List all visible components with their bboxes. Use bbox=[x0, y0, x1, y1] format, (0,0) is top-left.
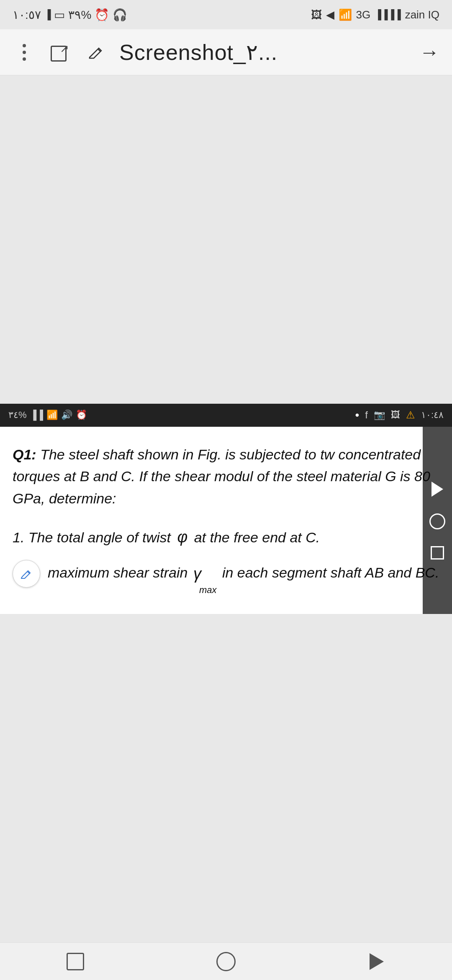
lower-gray-area bbox=[0, 614, 452, 942]
inner-clock-icon: ⏰ bbox=[76, 410, 87, 420]
image-icon: 🖼 bbox=[311, 8, 322, 21]
question-part2: maximum shear strain γ max in each segme… bbox=[13, 562, 439, 597]
alarm-icon: ⏰ bbox=[95, 8, 109, 22]
dots-icon-dot3 bbox=[23, 57, 26, 61]
part2-end-text: in each segment shaft AB and BC. bbox=[222, 565, 439, 580]
inner-percent: ٣٤% bbox=[8, 410, 27, 420]
more-options-button[interactable] bbox=[13, 41, 36, 64]
battery-percent: ٣٩% bbox=[68, 8, 91, 22]
inner-image2-icon: 🖼 bbox=[391, 410, 400, 420]
forward-button[interactable]: → bbox=[419, 41, 439, 64]
stop-button[interactable] bbox=[431, 546, 444, 560]
home-icon bbox=[216, 952, 236, 971]
bottom-navigation bbox=[0, 942, 452, 980]
signal-strength: ▐▐▐▐ bbox=[375, 9, 401, 20]
inner-status-right: • f 📷 🖼 ⚠ ١٠:٤٨ bbox=[355, 408, 444, 422]
battery-icon: ▭ bbox=[54, 8, 65, 22]
part2-content: maximum shear strain γ max in each segme… bbox=[48, 562, 439, 597]
embedded-screenshot: ٣٤% ▐▐ 📶 🔊 ⏰ • f 📷 🖼 ⚠ ١٠:٤٨ bbox=[0, 404, 452, 614]
max-subscript: max bbox=[199, 583, 217, 597]
external-link-icon: ↗ bbox=[51, 43, 69, 62]
status-right: 🖼 ◀ 📶 3G ▐▐▐▐ zain IQ bbox=[311, 8, 439, 21]
inner-photo-icon: 📷 bbox=[374, 410, 385, 420]
ext-arrow: ↗ bbox=[60, 43, 69, 54]
part2-text: maximum shear strain bbox=[48, 565, 187, 580]
inner-status-left: ٣٤% ▐▐ 📶 🔊 ⏰ bbox=[8, 410, 87, 420]
network-type: 3G bbox=[356, 8, 371, 21]
external-link-button[interactable]: ↗ bbox=[48, 41, 71, 64]
file-title: Screenshot_٢... bbox=[119, 40, 407, 65]
signal-icon: ▐ bbox=[44, 9, 51, 20]
question-content: Q1: The steel shaft shown in Fig. is sub… bbox=[0, 427, 452, 614]
part1-text: The total angle of twist bbox=[28, 529, 171, 545]
dots-icon-dot1 bbox=[23, 44, 26, 47]
inner-signal-icon: ▐▐ bbox=[30, 410, 43, 420]
recents-button[interactable] bbox=[61, 947, 90, 976]
status-bar: ١٠:٥٧ ▐ ▭ ٣٩% ⏰ 🎧 🖼 ◀ 📶 3G ▐▐▐▐ zain IQ bbox=[0, 0, 452, 29]
wifi-icon: 📶 bbox=[339, 8, 352, 21]
main-content: ٣٤% ▐▐ 📶 🔊 ⏰ • f 📷 🖼 ⚠ ١٠:٤٨ bbox=[0, 75, 452, 942]
time-display: ١٠:٥٧ bbox=[13, 8, 41, 22]
inner-facebook-icon: f bbox=[365, 409, 368, 421]
question-paragraph: Q1: The steel shaft shown in Fig. is sub… bbox=[13, 444, 439, 510]
edit-button[interactable] bbox=[84, 41, 107, 64]
inner-time: ١٠:٤٨ bbox=[421, 410, 444, 420]
toolbar: ↗ Screenshot_٢... → bbox=[0, 29, 452, 75]
question-body: The steel shaft shown in Fig. is subject… bbox=[13, 446, 430, 506]
question-label: Q1: bbox=[13, 446, 36, 462]
phi-symbol: φ bbox=[177, 528, 187, 546]
part1-number: 1. bbox=[13, 529, 24, 545]
inner-status-bar: ٣٤% ▐▐ 📶 🔊 ⏰ • f 📷 🖼 ⚠ ١٠:٤٨ bbox=[0, 404, 452, 427]
carrier-name: zain IQ bbox=[405, 8, 439, 21]
headset-icon: 🎧 bbox=[113, 8, 127, 22]
back-icon bbox=[370, 953, 384, 970]
play-button[interactable] bbox=[431, 482, 443, 497]
inner-wifi-icon: 📶 bbox=[46, 410, 58, 420]
location-icon: ◀ bbox=[326, 8, 334, 21]
dots-icon-dot2 bbox=[23, 51, 26, 54]
status-left: ١٠:٥٧ ▐ ▭ ٣٩% ⏰ 🎧 bbox=[13, 8, 127, 22]
play-icon bbox=[431, 482, 443, 497]
edit-pencil-icon bbox=[20, 567, 33, 580]
ymax-notation: γ max bbox=[193, 562, 217, 597]
inner-dot: • bbox=[355, 408, 359, 422]
pencil-icon bbox=[86, 43, 105, 62]
side-controls bbox=[423, 427, 452, 614]
inner-warning-icon: ⚠ bbox=[406, 409, 415, 421]
back-button[interactable] bbox=[362, 947, 391, 976]
edit-circle-button[interactable] bbox=[13, 560, 40, 588]
question-part1: 1. The total angle of twist φ at the fre… bbox=[13, 525, 439, 549]
record-button[interactable] bbox=[429, 513, 445, 529]
part1-end: at the free end at C. bbox=[194, 529, 320, 545]
upper-gray-area bbox=[0, 75, 452, 404]
inner-sound-icon: 🔊 bbox=[61, 410, 72, 420]
recents-icon bbox=[67, 953, 84, 970]
home-button[interactable] bbox=[211, 947, 241, 976]
